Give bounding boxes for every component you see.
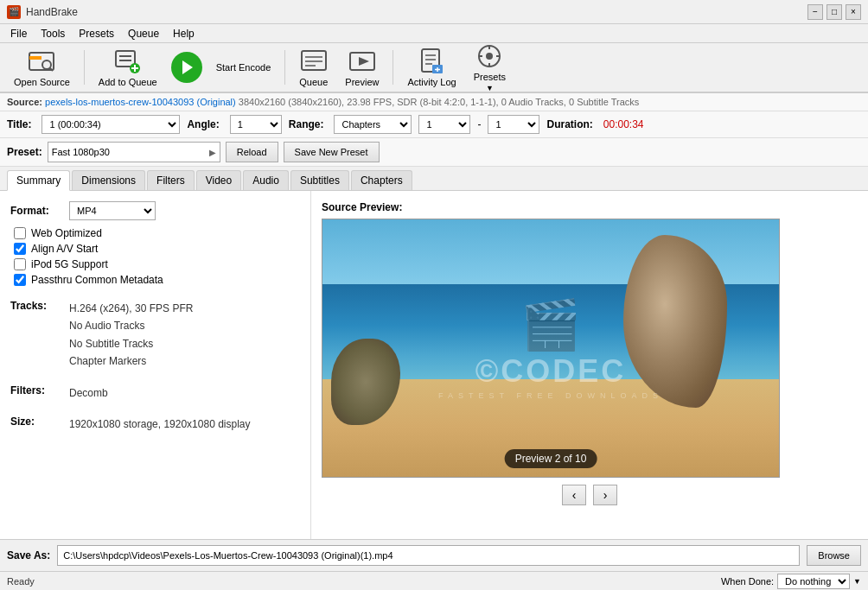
ipod-checkbox[interactable]	[14, 258, 26, 270]
queue-label: Queue	[299, 77, 328, 87]
add-queue-icon	[114, 48, 142, 75]
toolbar: Open Source Add to Queue Start Encode Qu…	[0, 43, 868, 93]
tracks-chapters: Chapter Markers	[69, 352, 193, 370]
align-av-label: Align A/V Start	[31, 243, 98, 255]
save-as-bar: Save As: Browse	[0, 539, 868, 571]
activity-log-label: Activity Log	[407, 77, 456, 87]
preview-navigation: ‹ ›	[322, 485, 858, 505]
presets-label: Presets	[474, 72, 506, 82]
tracks-audio: No Audio Tracks	[69, 317, 193, 334]
codec-reel-icon: 🎬	[520, 296, 581, 353]
main-content: Format: MP4 MKV WebM Web Optimized Align…	[0, 191, 868, 539]
maximize-button[interactable]: □	[827, 4, 842, 20]
presets-icon	[475, 42, 503, 70]
tracks-label: Tracks:	[10, 300, 62, 371]
filters-label: Filters:	[10, 384, 62, 402]
source-meta: 3840x2160 (3840x2160), 23.98 FPS, SDR (8…	[239, 97, 639, 107]
passthru-label: Passthru Common Metadata	[31, 274, 163, 286]
align-av-checkbox[interactable]	[14, 243, 26, 255]
preset-arrow-icon: ▶	[209, 148, 216, 157]
presets-button[interactable]: Presets ▼	[467, 39, 513, 96]
tab-video[interactable]: Video	[196, 170, 241, 190]
codec-watermark: 🎬 ©CODEC FASTEST FREE DOWNLOADS	[322, 219, 779, 477]
title-label: Title:	[7, 118, 31, 130]
align-av-row[interactable]: Align A/V Start	[14, 243, 300, 255]
queue-button[interactable]: Queue	[292, 44, 335, 91]
svg-point-24	[486, 53, 493, 60]
close-button[interactable]: ×	[846, 4, 861, 20]
source-label: Source:	[7, 97, 42, 107]
preview-button[interactable]: Preview	[338, 44, 386, 91]
tab-summary[interactable]: Summary	[7, 170, 70, 191]
tab-chapters[interactable]: Chapters	[351, 170, 412, 190]
right-panel: Source Preview: 🎬 ©CODEC FASTEST FREE DO…	[311, 191, 868, 539]
range-from-select[interactable]: 1	[418, 115, 470, 134]
codec-sub-text: FASTEST FREE DOWNLOADS	[438, 391, 663, 400]
menubar: File Tools Presets Queue Help	[0, 24, 868, 43]
titlebar: 🎬 HandBrake − □ ×	[0, 0, 868, 24]
tracks-video: H.264 (x264), 30 FPS PFR	[69, 300, 193, 317]
separator-1	[84, 50, 85, 85]
passthru-checkbox[interactable]	[14, 274, 26, 286]
browse-button[interactable]: Browse	[807, 545, 861, 566]
range-label: Range:	[289, 118, 324, 130]
presets-arrow-icon: ▼	[486, 84, 494, 92]
filters-section: Filters: Decomb	[10, 384, 300, 402]
open-source-icon	[28, 48, 55, 75]
save-as-label: Save As:	[7, 549, 50, 561]
range-select[interactable]: Chapters	[334, 115, 412, 134]
title-row: Title: 1 (00:00:34) Angle: 1 Range: Chap…	[0, 111, 868, 138]
start-encode-button[interactable]	[171, 52, 202, 83]
duration-value: 00:00:34	[603, 118, 644, 130]
tab-filters[interactable]: Filters	[147, 170, 195, 190]
preset-selector[interactable]: Fast 1080p30 ▶	[48, 142, 220, 162]
preview-next-button[interactable]: ›	[593, 485, 617, 505]
format-row: Format: MP4 MKV WebM	[10, 201, 300, 220]
separator-3	[393, 50, 393, 85]
save-as-input[interactable]	[57, 545, 800, 566]
open-source-button[interactable]: Open Source	[7, 44, 77, 91]
save-new-preset-button[interactable]: Save New Preset	[284, 142, 380, 162]
menu-help[interactable]: Help	[166, 26, 201, 41]
statusbar: Ready When Done: Do nothing Shutdown Sus…	[0, 571, 868, 590]
tab-audio[interactable]: Audio	[243, 170, 289, 190]
activity-log-icon	[418, 48, 446, 75]
ipod-row[interactable]: iPod 5G Support	[14, 258, 300, 270]
activity-log-button[interactable]: Activity Log	[400, 44, 463, 91]
preset-label: Preset:	[7, 146, 42, 158]
when-done-arrow-icon: ▼	[853, 577, 861, 586]
size-label: Size:	[10, 416, 62, 433]
menu-queue[interactable]: Queue	[121, 26, 166, 41]
preview-prev-button[interactable]: ‹	[562, 485, 586, 505]
add-to-queue-button[interactable]: Add to Queue	[92, 44, 164, 91]
tab-bar: Summary Dimensions Filters Video Audio S…	[0, 167, 868, 191]
preview-image: 🎬 ©CODEC FASTEST FREE DOWNLOADS Preview …	[322, 219, 780, 478]
menu-file[interactable]: File	[3, 26, 34, 41]
menu-presets[interactable]: Presets	[72, 26, 121, 41]
tracks-section: Tracks: H.264 (x264), 30 FPS PFR No Audi…	[10, 300, 300, 371]
menu-tools[interactable]: Tools	[34, 26, 72, 41]
format-select[interactable]: MP4 MKV WebM	[69, 201, 156, 220]
angle-select[interactable]: 1	[230, 115, 282, 134]
passthru-row[interactable]: Passthru Common Metadata	[14, 274, 300, 286]
web-optimized-checkbox[interactable]	[14, 227, 26, 239]
reload-button[interactable]: Reload	[226, 142, 278, 162]
status-text: Ready	[7, 576, 35, 587]
duration-label: Duration:	[546, 118, 592, 130]
minimize-button[interactable]: −	[807, 4, 823, 20]
start-encode-text-button[interactable]: Start Encode	[209, 59, 278, 76]
when-done-select[interactable]: Do nothing Shutdown Suspend	[777, 574, 850, 589]
open-source-label: Open Source	[14, 77, 70, 87]
tracks-subtitle: No Subtitle Tracks	[69, 335, 193, 352]
web-optimized-row[interactable]: Web Optimized	[14, 227, 300, 239]
separator-2	[284, 50, 285, 85]
title-select[interactable]: 1 (00:00:34)	[41, 115, 180, 134]
tab-dimensions[interactable]: Dimensions	[72, 170, 145, 190]
preview-icon	[348, 48, 376, 75]
size-section: Size: 1920x1080 storage, 1920x1080 displ…	[10, 416, 300, 433]
source-filename: pexels-los-muertos-crew-10043093 (Origin…	[45, 97, 236, 107]
tab-subtitles[interactable]: Subtitles	[290, 170, 349, 190]
range-to-select[interactable]: 1	[488, 115, 539, 134]
add-queue-label: Add to Queue	[99, 77, 157, 87]
web-optimized-label: Web Optimized	[31, 227, 102, 239]
